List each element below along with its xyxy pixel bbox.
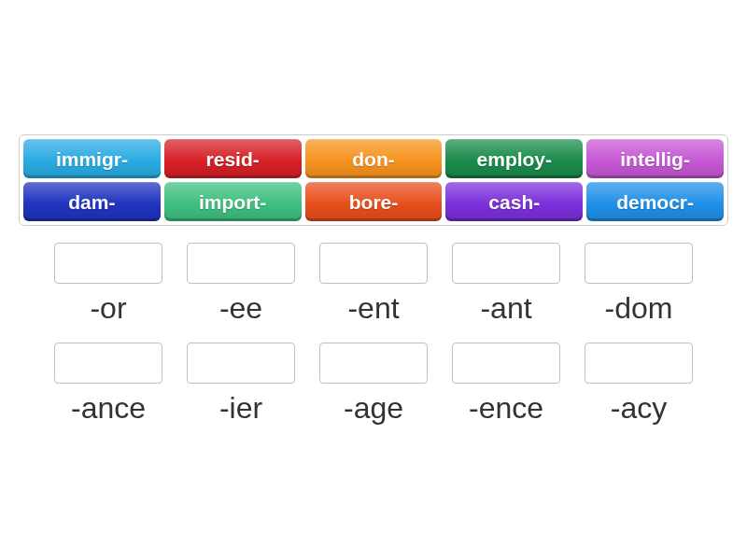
draggable-tile-import[interactable]: import-	[164, 182, 302, 221]
tile-label: intellig-	[620, 148, 690, 171]
tile-label: immigr-	[56, 148, 128, 171]
tile-label: dam-	[68, 191, 115, 214]
draggable-tile-dam[interactable]: dam-	[23, 182, 161, 221]
tile-row: dam- import- bore- cash- democr-	[23, 182, 724, 221]
target-ant: -ant	[452, 243, 560, 326]
suffix-label: -ant	[480, 291, 531, 326]
tile-bank: immigr- resid- don- employ- intellig- da…	[19, 134, 728, 226]
dropzone-ant[interactable]	[452, 243, 560, 284]
dropzone-ance[interactable]	[54, 343, 162, 384]
draggable-tile-resid[interactable]: resid-	[164, 139, 302, 178]
target-acy: -acy	[585, 343, 693, 426]
suffix-label: -ier	[219, 391, 262, 426]
tile-label: import-	[199, 191, 266, 214]
target-ent: -ent	[319, 243, 428, 326]
dropzone-ent[interactable]	[319, 243, 428, 284]
draggable-tile-immigr[interactable]: immigr-	[23, 139, 161, 178]
draggable-tile-democr[interactable]: democr-	[586, 182, 724, 221]
draggable-tile-intellig[interactable]: intellig-	[586, 139, 724, 178]
suffix-label: -age	[344, 391, 403, 426]
target-or: -or	[54, 243, 162, 326]
draggable-tile-don[interactable]: don-	[305, 139, 443, 178]
dropzone-ence[interactable]	[452, 343, 560, 384]
target-ance: -ance	[54, 343, 162, 426]
target-grid: -or -ee -ent -ant -dom -ance -ier -age -…	[19, 243, 728, 426]
target-dom: -dom	[585, 243, 693, 326]
suffix-label: -ent	[347, 291, 399, 326]
dropzone-ee[interactable]	[187, 243, 295, 284]
suffix-label: -ance	[71, 391, 146, 426]
dropzone-ier[interactable]	[187, 343, 295, 384]
target-ence: -ence	[452, 343, 560, 426]
dropzone-dom[interactable]	[585, 243, 693, 284]
target-ee: -ee	[187, 243, 295, 326]
suffix-label: -ee	[219, 291, 262, 326]
dropzone-acy[interactable]	[585, 343, 693, 384]
dropzone-or[interactable]	[54, 243, 162, 284]
tile-label: bore-	[349, 191, 399, 214]
tile-label: employ-	[477, 148, 553, 171]
matching-activity: immigr- resid- don- employ- intellig- da…	[19, 134, 728, 426]
suffix-label: -dom	[605, 291, 673, 326]
draggable-tile-cash[interactable]: cash-	[445, 182, 583, 221]
target-ier: -ier	[187, 343, 295, 426]
suffix-label: -acy	[611, 391, 667, 426]
tile-label: democr-	[616, 191, 694, 214]
suffix-label: -ence	[469, 391, 543, 426]
draggable-tile-bore[interactable]: bore-	[305, 182, 443, 221]
tile-label: cash-	[488, 191, 540, 214]
target-age: -age	[319, 343, 428, 426]
dropzone-age[interactable]	[319, 343, 428, 384]
tile-row: immigr- resid- don- employ- intellig-	[23, 139, 724, 178]
tile-label: don-	[352, 148, 394, 171]
tile-label: resid-	[206, 148, 260, 171]
suffix-label: -or	[90, 291, 126, 326]
draggable-tile-employ[interactable]: employ-	[445, 139, 583, 178]
